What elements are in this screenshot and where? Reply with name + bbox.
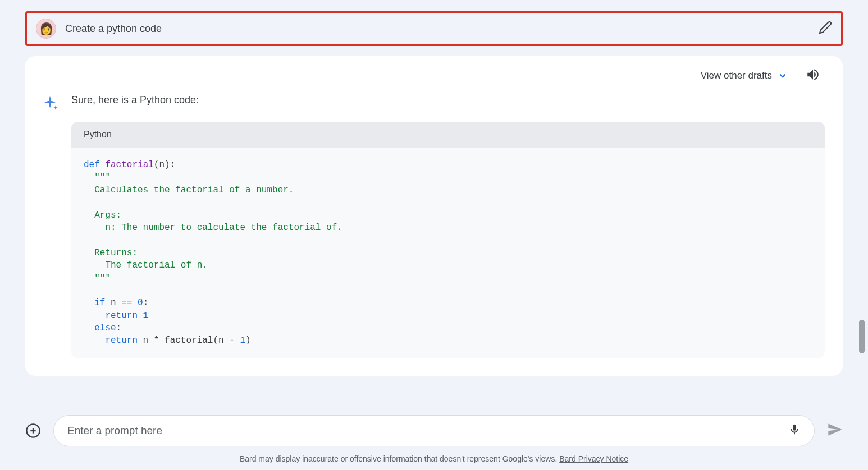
response-intro-text: Sure, here is a Python code: xyxy=(71,94,825,106)
bottom-input-area: Bard may display inaccurate or offensive… xyxy=(0,405,868,470)
disclaimer: Bard may display inaccurate or offensive… xyxy=(25,454,843,463)
view-drafts-label: View other drafts xyxy=(701,70,772,81)
speaker-icon[interactable] xyxy=(806,67,820,84)
user-prompt-text: Create a python code xyxy=(65,23,162,35)
chevron-down-icon xyxy=(778,71,788,81)
privacy-notice-link[interactable]: Bard Privacy Notice xyxy=(559,454,628,463)
microphone-icon[interactable] xyxy=(788,423,801,438)
send-icon[interactable] xyxy=(827,422,843,440)
view-drafts-button[interactable]: View other drafts xyxy=(701,70,788,81)
code-content: def factorial(n): """ Calculates the fac… xyxy=(71,148,825,358)
scrollbar[interactable] xyxy=(859,320,865,353)
code-language-label: Python xyxy=(71,122,825,148)
disclaimer-text: Bard may display inaccurate or offensive… xyxy=(240,454,559,463)
code-block: Python def factorial(n): """ Calculates … xyxy=(71,122,825,358)
response-card: View other drafts xyxy=(25,56,843,376)
bard-sparkle-icon xyxy=(43,95,59,111)
prompt-input[interactable] xyxy=(67,425,788,437)
user-prompt-box: 👩 Create a python code xyxy=(25,11,843,46)
plus-icon[interactable] xyxy=(25,423,41,439)
user-avatar: 👩 xyxy=(36,19,56,39)
edit-icon[interactable] xyxy=(819,21,832,36)
prompt-input-wrapper[interactable] xyxy=(53,415,815,446)
